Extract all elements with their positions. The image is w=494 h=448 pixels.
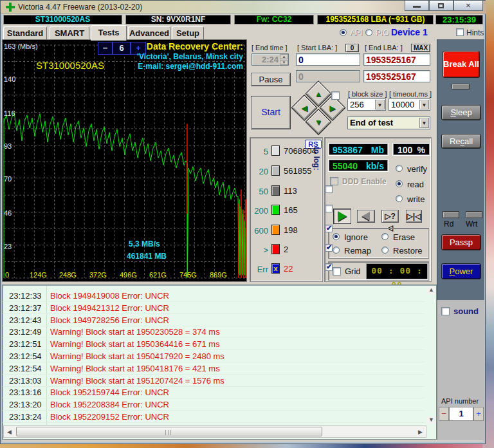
hints-checkbox[interactable] [456, 28, 464, 36]
triangle-right-icon: ▶ [329, 104, 335, 112]
spin-down-button[interactable]: ▼ [280, 60, 288, 65]
log-time: 23:13:20 [9, 400, 42, 409]
to-log-checkbox[interactable] [325, 263, 333, 271]
timeout-value: 10000 [391, 100, 414, 109]
chevron-down-icon[interactable]: ▼ [419, 100, 429, 109]
defect-action-group: Ignore Remap Erase Restore [328, 228, 429, 259]
chevron-down-icon[interactable]: ▼ [419, 118, 429, 128]
log-time: 23:13:16 [9, 387, 42, 397]
log-panel: 23:12:33Block 1949419008 Error: UNCR23:1… [2, 285, 437, 440]
clock: 23:15:39 [435, 15, 483, 24]
tab-standard[interactable]: Standard [3, 26, 47, 40]
x-icon: x [273, 265, 277, 272]
bin-color-box [271, 205, 280, 215]
seek-question-button[interactable]: ▷?◁ [381, 210, 399, 223]
device-label[interactable]: Device 1 [391, 27, 428, 37]
verify-label: verify [407, 164, 427, 174]
api-radio[interactable] [340, 29, 347, 36]
start-lba-label: [ Start LBA: ] [297, 44, 337, 51]
scroll-right-arrow[interactable]: ▶ [416, 427, 425, 436]
graph-model-label: ST31000520AS [36, 60, 104, 71]
sound-checkbox[interactable] [441, 307, 450, 315]
graph-plot [3, 40, 246, 281]
tab-tests[interactable]: Tests [91, 25, 127, 41]
end-of-test-value: End of test [350, 118, 393, 127]
timeout-select[interactable]: 10000 ▼ [389, 98, 430, 111]
log-vscroll-down[interactable]: ▼ [427, 416, 435, 424]
end-of-test-select[interactable]: End of test ▼ [347, 117, 430, 129]
zoom-out-button[interactable]: − [98, 42, 113, 55]
to-log-checkbox[interactable] [325, 205, 333, 212]
sleep-button[interactable]: Sleep [441, 105, 481, 120]
log-row: 23:13:20Block 1952208384 Error: UNCR [3, 398, 425, 411]
close-button[interactable]: ✕ [453, 1, 483, 11]
log-message: Warning! Block start at 1950230528 = 374… [50, 327, 220, 337]
seek-option-checkbox[interactable] [331, 91, 340, 100]
wrt-label: Wrt [466, 219, 477, 229]
api-number-minus-button[interactable]: − [439, 407, 449, 421]
pio-radio[interactable] [365, 29, 372, 36]
log-row: 23:12:54Warning! Block start at 19504179… [3, 350, 425, 362]
mb-unit: Mb [371, 145, 384, 155]
recall-button[interactable]: Recall [441, 134, 481, 149]
tab-advanced[interactable]: Advanced [128, 26, 170, 40]
zoom-level-value: 6 [113, 42, 131, 55]
restore-radio[interactable] [381, 247, 389, 254]
sound-label: sound [453, 306, 479, 316]
scroll-left-arrow[interactable]: ◀ [5, 427, 14, 436]
restore-label: Restore [393, 246, 423, 256]
tab-setup[interactable]: Setup [172, 26, 204, 40]
bin-color-box [271, 185, 280, 196]
end-lba-input[interactable]: 1953525167 [363, 53, 430, 66]
ignore-radio[interactable] [333, 233, 340, 240]
grip-icon [165, 430, 173, 435]
mb-lcd: 953867 Mb [329, 144, 388, 155]
log-message: Block 1949728256 Error: UNCR [50, 315, 169, 325]
log-vscroll-up[interactable]: ▲ [427, 286, 435, 294]
read-radio[interactable] [396, 180, 403, 187]
spin-up-button[interactable]: ▲ [280, 54, 288, 59]
play-button[interactable] [333, 209, 351, 224]
ddd-enable-checkbox[interactable] [330, 177, 338, 185]
drive-model: ST31000520AS [3, 15, 122, 24]
write-radio[interactable] [396, 195, 403, 202]
to-log-checkbox[interactable] [325, 185, 333, 193]
break-all-button[interactable]: Break All [443, 51, 480, 78]
api-number-plus-button[interactable]: + [473, 407, 484, 421]
erase-radio[interactable] [381, 233, 389, 240]
bin-color-box [271, 145, 280, 156]
tab-smart[interactable]: SMART [50, 26, 89, 40]
elapsed-timer: 00 : 00 : 00 [366, 263, 428, 279]
current-speed-overlay: 5,3 MB/s [129, 239, 160, 248]
seek-end-button[interactable]: ▷|◁ [406, 210, 422, 223]
api-number-value[interactable]: 1 [449, 407, 473, 421]
to-log-checkbox[interactable] [325, 225, 333, 232]
remap-radio[interactable] [333, 247, 340, 254]
start-lba-input[interactable]: 0 [296, 53, 360, 66]
passp-button[interactable]: Passp [441, 234, 481, 250]
verify-radio[interactable] [396, 165, 403, 172]
scroll-thumb[interactable] [16, 427, 322, 436]
erase-label: Erase [393, 232, 415, 242]
start-lba-zero-button[interactable]: 0 [345, 44, 359, 52]
restore-button[interactable] [429, 1, 453, 11]
grid-checkbox[interactable] [333, 267, 341, 275]
ddd-enable-label: DDD Enable [342, 177, 387, 186]
max-button[interactable]: MAX [411, 44, 430, 52]
log-row: 23:12:51Warning! Block start at 19503644… [3, 338, 425, 350]
block-size-select[interactable]: 256 ▼ [347, 98, 386, 111]
power-button[interactable]: Power [441, 263, 481, 279]
speed-bins-panel: RS to log: 5 7068604 20 561855 50 113 20… [250, 137, 323, 282]
to-log-checkbox[interactable] [325, 244, 333, 252]
log-hscrollbar[interactable]: ◀ ▶ [3, 425, 426, 438]
start-button[interactable]: Start [251, 96, 291, 129]
end-lba-shadow: 1953525167 [363, 70, 430, 82]
ignore-label: Ignore [344, 232, 368, 242]
rewind-button[interactable] [357, 210, 375, 223]
y-axis-label: 46 [4, 209, 12, 217]
chevron-down-icon[interactable]: ▼ [375, 100, 385, 109]
pause-button[interactable]: Pause [251, 73, 291, 86]
error-bin-box: x [271, 263, 280, 274]
title-bar[interactable]: Victoria 4.47 Freeware (2013-02-20) ✕ [1, 1, 486, 14]
minimize-button[interactable] [405, 1, 429, 11]
